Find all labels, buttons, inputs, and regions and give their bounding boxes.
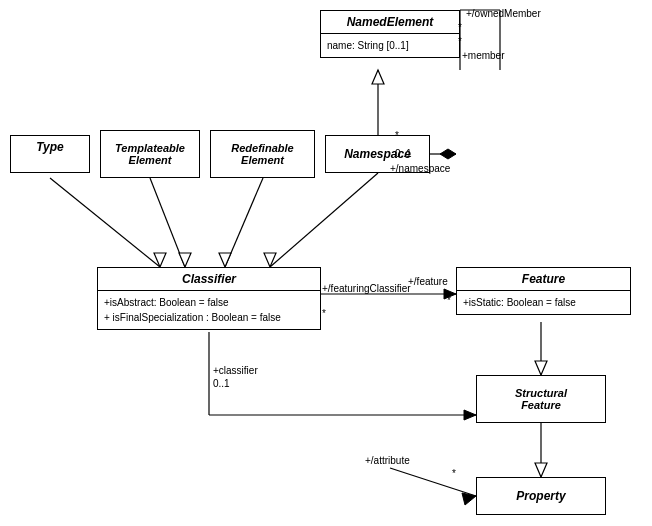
svg-marker-23 [535,463,547,477]
svg-marker-4 [372,70,384,84]
featuring-classifier-star: * [322,308,326,319]
classifier-role-label: +classifier [213,365,258,376]
svg-line-9 [150,178,185,267]
templateable-element-box: TemplateableElement [100,130,200,178]
classifier-title: Classifier [98,268,320,291]
uml-diagram: NamedElement name: String [0..1] Type Te… [0,0,652,526]
owned-member-label: +/ownedMember [466,8,541,19]
featuring-classifier-label: +/featuringClassifier [322,283,411,294]
svg-marker-25 [462,493,476,505]
type-box: Type [10,135,90,173]
redefinable-element-box: RedefinableElement [210,130,315,178]
star-label-2: * [458,36,462,47]
namespace-star: * [395,130,399,141]
classifier-role-zero-one: 0..1 [213,378,230,389]
feature-title: Feature [457,268,630,291]
svg-marker-8 [154,253,166,267]
svg-marker-14 [264,253,276,267]
classifier-body: +isAbstract: Boolean = false + isFinalSp… [98,291,320,329]
namespace-zero-one: 0..1 [395,148,412,159]
classifier-box: Classifier +isAbstract: Boolean = false … [97,267,321,330]
attribute-label: +/attribute [365,455,410,466]
feature-box: Feature +isStatic: Boolean = false [456,267,631,315]
svg-line-13 [270,173,378,267]
svg-marker-12 [219,253,231,267]
svg-marker-6 [440,149,456,159]
templateable-element-title: TemplateableElement [111,140,189,168]
svg-marker-10 [179,253,191,267]
attribute-star: * [452,468,456,479]
namespace-role: +/namespace [390,163,450,174]
svg-marker-19 [464,410,476,420]
feature-role-label: +/feature [408,276,448,287]
named-element-box: NamedElement name: String [0..1] [320,10,460,58]
redefinable-element-title: RedefinableElement [227,140,297,168]
star-label-1: * [458,22,462,33]
svg-line-24 [390,468,476,496]
property-box: Property [476,477,606,515]
named-element-title: NamedElement [321,11,459,34]
type-title: Type [11,136,89,158]
svg-marker-21 [535,361,547,375]
member-label: +member [462,50,505,61]
structural-feature-title: StructuralFeature [511,385,571,413]
svg-line-7 [50,178,160,267]
feature-role-star: * [447,295,451,306]
named-element-body: name: String [0..1] [321,34,459,57]
svg-line-11 [225,178,263,267]
property-title: Property [510,485,571,507]
feature-body: +isStatic: Boolean = false [457,291,630,314]
structural-feature-box: StructuralFeature [476,375,606,423]
